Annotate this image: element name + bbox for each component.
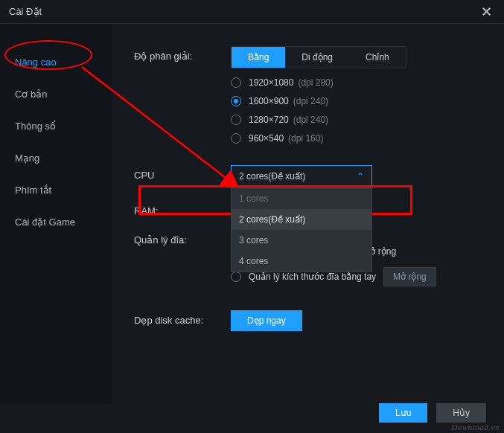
sidebar-item-advanced[interactable]: Nâng cao: [0, 46, 112, 78]
radio-icon: [231, 133, 241, 144]
cpu-option-4[interactable]: 4 cores: [232, 251, 371, 272]
resolution-tabs: Bằng Di động Chỉnh: [231, 46, 406, 68]
tab-mobile[interactable]: Di động: [285, 47, 349, 68]
cpu-option-3[interactable]: 3 cores: [232, 230, 371, 251]
cancel-button[interactable]: Hủy: [436, 403, 486, 423]
radio-icon: [231, 77, 241, 88]
cpu-label: CPU: [134, 165, 231, 181]
tab-custom[interactable]: Chỉnh: [349, 47, 406, 68]
cpu-dropdown-menu: 1 cores 2 cores(Đề xuất) 3 cores 4 cores: [231, 187, 372, 272]
radio-icon: [231, 96, 241, 106]
radio-icon: [231, 115, 241, 125]
sidebar-item-basic[interactable]: Cơ bản: [0, 78, 112, 110]
chevron-up-icon: ⌃: [357, 171, 364, 182]
ram-label: RAM:: [134, 201, 231, 216]
cache-label: Dẹp disk cache:: [134, 310, 231, 326]
radio-label: 1920×1080(dpi 280): [249, 77, 334, 88]
radio-label: 1600×900(dpi 240): [249, 96, 328, 106]
resolution-option-1920[interactable]: 1920×1080(dpi 280): [231, 77, 482, 88]
watermark: Download.vn: [452, 423, 500, 432]
cpu-option-1[interactable]: 1 cores: [232, 188, 371, 209]
sidebar-item-shortcuts[interactable]: Phím tắt: [0, 174, 112, 206]
resolution-option-1600[interactable]: 1600×900(dpi 240): [231, 96, 482, 106]
expand-button[interactable]: Mở rộng: [383, 267, 436, 286]
cpu-dropdown-value: 2 cores(Đề xuất): [239, 171, 305, 182]
cpu-option-2[interactable]: 2 cores(Đề xuất): [232, 209, 371, 230]
radio-label: 1280×720(dpi 240): [249, 115, 328, 125]
disk-label: Quản lý đĩa:: [134, 230, 231, 246]
radio-icon: [231, 272, 241, 282]
radio-label: Quản lý kích thước đĩa bằng tay: [249, 272, 376, 282]
save-button[interactable]: Lưu: [379, 403, 427, 423]
sidebar-item-game-settings[interactable]: Cài đặt Game: [0, 206, 112, 238]
close-icon[interactable]: ✕: [477, 3, 495, 21]
window-title: Cài Đặt: [9, 6, 42, 17]
sidebar-item-specs[interactable]: Thông số: [0, 110, 112, 142]
resolution-option-1280[interactable]: 1280×720(dpi 240): [231, 115, 482, 125]
sidebar: Nâng cao Cơ bản Thông số Mạng Phím tắt C…: [0, 24, 112, 403]
resolution-option-960[interactable]: 960×540(dpi 160): [231, 133, 482, 144]
tab-equal[interactable]: Bằng: [232, 47, 285, 68]
resolution-label: Độ phân giải:: [134, 46, 231, 62]
cpu-dropdown[interactable]: 2 cores(Đề xuất) ⌃ 1 cores 2 cores(Đề xu…: [231, 165, 372, 187]
radio-label: 960×540(dpi 160): [249, 133, 323, 144]
sidebar-item-network[interactable]: Mạng: [0, 142, 112, 174]
clear-cache-button[interactable]: Dẹp ngay: [231, 310, 302, 331]
